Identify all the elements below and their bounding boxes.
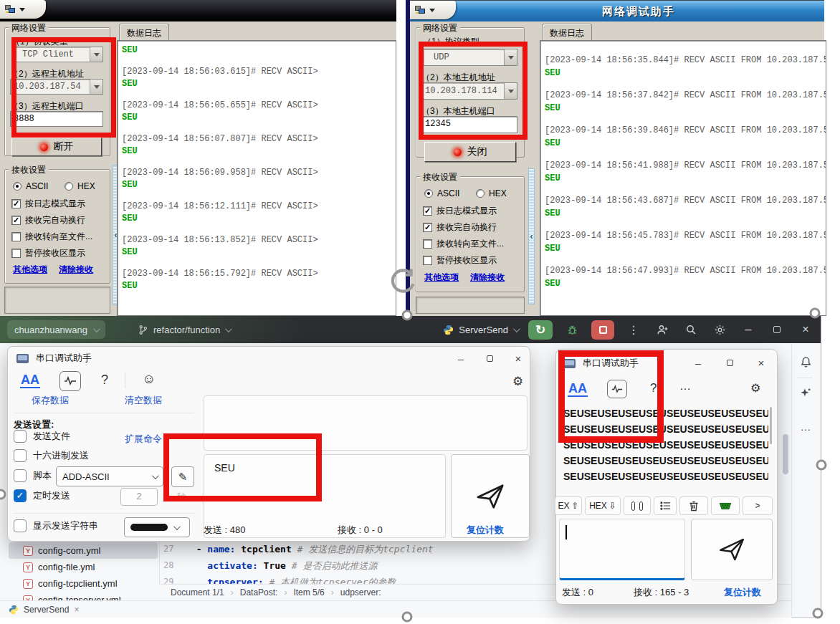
combo-arrow-icon[interactable] bbox=[90, 80, 102, 94]
radio-hex[interactable]: HEX bbox=[476, 188, 507, 198]
checkbox-icon[interactable]: ✓ bbox=[423, 206, 432, 216]
clear-receive-link[interactable]: 清除接收 bbox=[59, 264, 93, 276]
more-button[interactable]: … bbox=[679, 380, 692, 393]
combo-arrow-icon[interactable] bbox=[90, 47, 102, 62]
radio-ascii[interactable]: ASCII bbox=[13, 181, 48, 191]
close-button[interactable]: × bbox=[796, 320, 815, 339]
check-hex-send[interactable]: 十六进制发送 bbox=[14, 449, 89, 462]
notifications-button[interactable] bbox=[797, 353, 814, 370]
selection-handle[interactable] bbox=[816, 460, 827, 471]
data-log-left[interactable]: SEU[2023-09-14 18:56:03.615]# RECV ASCII… bbox=[117, 40, 396, 316]
close-tab-icon[interactable]: × bbox=[74, 605, 79, 615]
checkbox-icon[interactable] bbox=[14, 449, 27, 462]
collapse-icon[interactable]: ‹ bbox=[530, 231, 533, 241]
check-log-mode[interactable]: ✓ 按日志模式显示 bbox=[11, 198, 85, 210]
protocol-combobox[interactable]: UDP bbox=[423, 49, 517, 66]
clear-button[interactable] bbox=[679, 496, 708, 515]
close-button[interactable]: × bbox=[751, 354, 771, 371]
check-redirect-file[interactable]: 接收转向至文件... bbox=[11, 231, 92, 243]
code-line-28[interactable]: 28 activate: True # 是否启动此推送源 bbox=[163, 557, 377, 574]
radio-icon[interactable] bbox=[13, 182, 22, 191]
ai-assistant-button[interactable] bbox=[797, 385, 814, 402]
more-toolwindows-button[interactable]: … bbox=[797, 418, 814, 435]
close-button[interactable]: × bbox=[508, 350, 528, 367]
checkbox-icon[interactable] bbox=[423, 239, 432, 249]
combo-arrow-icon[interactable] bbox=[504, 83, 517, 99]
save-data-link[interactable]: 保存数据 bbox=[32, 394, 69, 407]
hex-toggle-button[interactable]: HEX ⇩ bbox=[585, 496, 621, 515]
check-redirect-file[interactable]: 接收转向至文件... bbox=[423, 238, 504, 250]
receive-display-area[interactable]: SEUSEUSEUSEUSEUSEUSEUSEUSEUSEUSEUSEUSEUS… bbox=[563, 405, 768, 496]
minimize-button[interactable]: – bbox=[688, 354, 708, 371]
checkbox-icon[interactable] bbox=[14, 469, 27, 482]
radio-ascii[interactable]: ASCII bbox=[424, 188, 459, 198]
checkbox-icon[interactable] bbox=[11, 249, 21, 258]
checkbox-icon[interactable] bbox=[11, 232, 21, 241]
send-input-area[interactable] bbox=[559, 519, 685, 580]
check-auto-newline[interactable]: ✓ 接收完自动换行 bbox=[11, 214, 85, 226]
remote-port-input[interactable]: 8888 bbox=[10, 111, 103, 127]
font-settings-button[interactable]: AA bbox=[568, 381, 588, 397]
expand-button[interactable]: > bbox=[743, 496, 773, 515]
debug-button[interactable] bbox=[563, 320, 581, 339]
netassist-left-menu-button[interactable] bbox=[0, 0, 46, 19]
check-log-mode[interactable]: ✓ 按日志模式显示 bbox=[423, 205, 497, 217]
edit-script-button[interactable]: ✎ bbox=[171, 466, 194, 487]
tab-data-log[interactable]: 数据日志 bbox=[542, 24, 592, 40]
ex-toggle-button[interactable]: EX ⇧ bbox=[555, 496, 582, 515]
line-mode-button[interactable] bbox=[654, 496, 677, 515]
maximize-button[interactable] bbox=[768, 320, 786, 339]
selection-handle[interactable] bbox=[810, 308, 821, 319]
selection-handle[interactable] bbox=[402, 310, 413, 321]
tab-data-log[interactable]: 数据日志 bbox=[119, 24, 169, 40]
reset-counter-link[interactable]: 复位计数 bbox=[724, 586, 761, 599]
check-auto-newline[interactable]: ✓ 接收完自动换行 bbox=[423, 221, 497, 234]
local-host-combobox[interactable]: 10.203.178.114 bbox=[421, 82, 517, 100]
radio-hex[interactable]: HEX bbox=[65, 181, 95, 191]
maximize-button[interactable] bbox=[720, 354, 740, 371]
tree-item-config-file[interactable]: Y config-file.yml bbox=[9, 559, 158, 575]
checkbox-icon[interactable] bbox=[423, 256, 432, 265]
checkbox-icon[interactable] bbox=[14, 519, 27, 532]
radio-icon[interactable] bbox=[476, 189, 485, 198]
radio-icon[interactable] bbox=[65, 182, 73, 191]
combo-arrow-icon[interactable] bbox=[504, 49, 517, 65]
minimize-button[interactable]: – bbox=[739, 320, 758, 339]
waveform-button[interactable] bbox=[59, 371, 81, 391]
settings-button[interactable]: ⚙ bbox=[512, 374, 523, 389]
code-line-29[interactable]: 29 tcpserver: # 本机做为tcpserver的参数 bbox=[163, 574, 396, 584]
clear-receive-link[interactable]: 清除接收 bbox=[470, 272, 505, 284]
breadcrumb-item[interactable]: udpserver: bbox=[340, 587, 381, 597]
checkbox-icon[interactable]: ✓ bbox=[423, 223, 432, 232]
radio-icon[interactable] bbox=[424, 189, 433, 198]
receive-display-area[interactable] bbox=[204, 395, 528, 451]
breadcrumb-item[interactable]: Document 1/1 bbox=[171, 587, 224, 597]
editor-scrollbar[interactable] bbox=[783, 434, 788, 474]
help-button[interactable]: ? bbox=[101, 373, 108, 388]
selection-handle[interactable] bbox=[402, 612, 413, 623]
help-button[interactable]: ? bbox=[650, 381, 657, 395]
settings-button[interactable]: ⚙ bbox=[750, 381, 760, 395]
reset-counter-link[interactable]: 复位计数 bbox=[467, 524, 504, 537]
check-timed-send[interactable]: ✓ 定时发送 bbox=[14, 489, 70, 502]
local-port-input[interactable]: 12345 bbox=[421, 116, 517, 133]
stop-button[interactable] bbox=[591, 320, 614, 340]
feedback-button[interactable]: ☺ bbox=[142, 371, 156, 387]
maximize-button[interactable] bbox=[479, 350, 500, 367]
minimize-button[interactable]: – bbox=[451, 350, 471, 367]
check-show-send-string[interactable]: 显示发送字符串 bbox=[14, 519, 98, 532]
check-pause-display[interactable]: 暂停接收区显示 bbox=[423, 254, 497, 267]
send-button[interactable] bbox=[691, 519, 773, 580]
other-options-link[interactable]: 其他选项 bbox=[13, 264, 47, 276]
selection-handle[interactable] bbox=[813, 608, 824, 619]
check-send-file[interactable]: 发送文件 bbox=[14, 430, 70, 443]
remote-host-combobox[interactable]: 10.203.187.54 bbox=[10, 79, 103, 95]
disconnect-button[interactable]: 断开 bbox=[11, 138, 102, 156]
netassist-right-menu-button[interactable] bbox=[410, 1, 456, 19]
search-button[interactable] bbox=[682, 320, 700, 339]
pause-button[interactable] bbox=[624, 496, 651, 515]
serial-port-button[interactable] bbox=[711, 496, 740, 515]
project-widget[interactable]: chuanzhuanwang bbox=[7, 320, 105, 339]
other-options-link[interactable]: 其他选项 bbox=[424, 272, 459, 284]
data-log-right[interactable]: [2023-09-14 18:56:35.844]# RECV ASCII FR… bbox=[540, 40, 826, 316]
